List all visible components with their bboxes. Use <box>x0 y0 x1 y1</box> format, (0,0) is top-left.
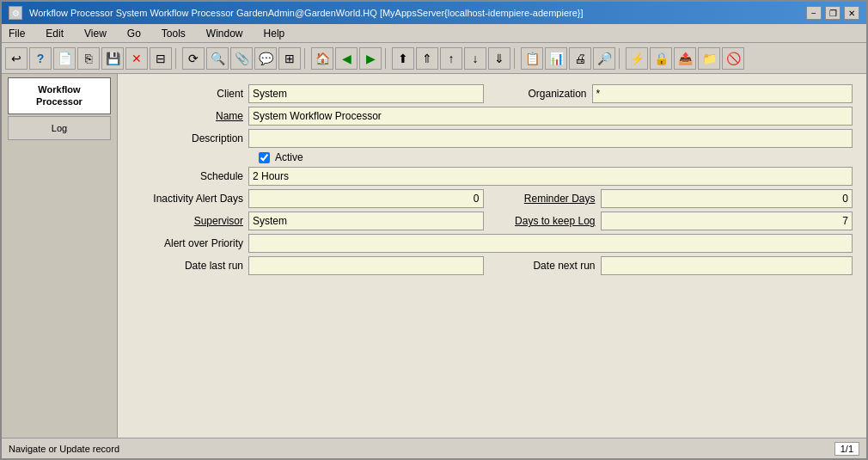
active-label: Active <box>275 151 303 163</box>
last-button[interactable]: ⇓ <box>488 47 510 70</box>
find-button[interactable]: 🔍 <box>206 47 229 70</box>
stop-button[interactable]: 🚫 <box>722 47 744 70</box>
row-schedule: Schedule <box>131 167 853 186</box>
col-date-next: Date next run <box>501 256 853 275</box>
row-alert-priority: Alert over Priority <box>131 234 853 253</box>
inactivity-input[interactable] <box>248 189 484 208</box>
content-area: WorkflowProcessor Log Client Organizatio… <box>2 74 866 438</box>
col-supervisor: Supervisor <box>131 212 484 230</box>
sidebar-item-workflow-processor[interactable]: WorkflowProcessor <box>8 77 111 114</box>
help-button[interactable]: ? <box>29 47 52 70</box>
client-label: Client <box>131 88 243 100</box>
col-organization: Organization <box>501 84 853 103</box>
sidebar-label-log: Log <box>52 123 67 133</box>
menu-file[interactable]: File <box>5 27 28 40</box>
separator-1 <box>175 48 179 69</box>
organization-label: Organization <box>501 88 587 100</box>
lock-button[interactable]: 🔒 <box>650 47 672 70</box>
row-supervisor-dayslog: Supervisor Days to keep Log <box>131 212 853 230</box>
prev-button[interactable]: ◀ <box>335 47 358 70</box>
menu-tools[interactable]: Tools <box>158 27 189 40</box>
workflow-button[interactable]: ⚡ <box>626 47 648 70</box>
reminder-input[interactable] <box>601 189 853 208</box>
refresh-button[interactable]: ⟳ <box>182 47 205 70</box>
menu-bar: File Edit View Go Tools Window Help <box>2 24 866 43</box>
col-days-keep: Days to keep Log <box>501 212 853 230</box>
form: Client Organization Name <box>131 84 853 275</box>
row-active: Active <box>131 151 853 163</box>
export-button[interactable]: 📤 <box>674 47 696 70</box>
restore-button[interactable]: ❐ <box>825 6 840 20</box>
menu-go[interactable]: Go <box>124 27 144 40</box>
save-button[interactable]: 💾 <box>101 47 124 70</box>
zoom-button[interactable]: 🔎 <box>593 47 615 70</box>
col-client: Client <box>131 84 484 103</box>
name-input[interactable] <box>248 107 853 126</box>
status-page: 1/1 <box>834 442 859 456</box>
toolbar: ↩ ? 📄 ⎘ 💾 ✕ ⊟ ⟳ 🔍 📎 💬 ⊞ 🏠 ◀ ▶ ⬆ ⇑ ↑ ↓ ⇓ … <box>2 43 866 74</box>
delete-button[interactable]: ✕ <box>125 47 148 70</box>
schedule-label: Schedule <box>131 170 243 182</box>
description-input[interactable] <box>248 129 853 148</box>
row-name: Name <box>131 107 853 126</box>
schedule-input[interactable] <box>248 167 853 186</box>
status-message: Navigate or Update record <box>9 444 119 454</box>
date-next-run-input[interactable] <box>601 256 853 275</box>
row-dates: Date last run Date next run <box>131 256 853 275</box>
sidebar: WorkflowProcessor Log <box>2 74 118 438</box>
next-button[interactable]: ▶ <box>359 47 382 70</box>
title-bar-buttons: − ❐ ✕ <box>806 6 859 20</box>
minimize-button[interactable]: − <box>806 6 822 20</box>
history-button[interactable]: 📋 <box>521 47 543 70</box>
grid-button[interactable]: ⊞ <box>278 47 301 70</box>
menu-help[interactable]: Help <box>260 27 289 40</box>
menu-view[interactable]: View <box>81 27 110 40</box>
col-description: Description <box>131 129 853 148</box>
next-rec-button[interactable]: ↓ <box>464 47 486 70</box>
days-keep-input[interactable] <box>601 212 853 230</box>
copy-button[interactable]: ⎘ <box>77 47 100 70</box>
col-alert-priority: Alert over Priority <box>131 234 853 253</box>
client-input[interactable] <box>248 84 484 103</box>
separator-2 <box>304 48 308 69</box>
separator-4 <box>514 48 517 69</box>
date-next-run-label: Date next run <box>501 260 596 272</box>
menu-edit[interactable]: Edit <box>42 27 67 40</box>
back-button[interactable]: ↩ <box>5 47 28 70</box>
row-inactivity-reminder: Inactivity Alert Days Reminder Days <box>131 189 853 208</box>
new-button[interactable]: 📄 <box>53 47 76 70</box>
chat-button[interactable]: 💬 <box>254 47 277 70</box>
main-window: ⚙ Workflow Processor System Workflow Pro… <box>0 0 868 460</box>
app-icon: ⚙ <box>9 6 22 20</box>
undo-button[interactable]: ⊟ <box>150 47 172 70</box>
report-button[interactable]: 📊 <box>545 47 567 70</box>
main-panel: Client Organization Name <box>118 74 866 438</box>
supervisor-label: Supervisor <box>131 215 243 227</box>
days-keep-label: Days to keep Log <box>501 215 596 227</box>
prev-rec-button[interactable]: ↑ <box>440 47 462 70</box>
supervisor-input[interactable] <box>248 212 484 230</box>
row-client-org: Client Organization <box>131 84 853 103</box>
sidebar-item-log[interactable]: Log <box>8 116 111 140</box>
archive-button[interactable]: 📁 <box>698 47 720 70</box>
menu-window[interactable]: Window <box>203 27 247 40</box>
first-button[interactable]: ⇑ <box>416 47 438 70</box>
sidebar-label-workflow: WorkflowProcessor <box>36 84 83 107</box>
status-bar: Navigate or Update record 1/1 <box>2 438 866 458</box>
reminder-label: Reminder Days <box>501 193 596 205</box>
attach-button[interactable]: 📎 <box>230 47 253 70</box>
col-reminder: Reminder Days <box>501 189 853 208</box>
parent-button[interactable]: ⬆ <box>392 47 414 70</box>
active-checkbox[interactable] <box>259 152 270 163</box>
alert-priority-input[interactable] <box>248 234 853 253</box>
date-last-run-input[interactable] <box>248 256 484 275</box>
description-label: Description <box>131 132 243 144</box>
close-button[interactable]: ✕ <box>844 6 859 20</box>
col-name: Name <box>131 107 853 126</box>
home-button[interactable]: 🏠 <box>311 47 333 70</box>
col-date-last: Date last run <box>131 256 484 275</box>
inactivity-label: Inactivity Alert Days <box>131 193 243 205</box>
print-button[interactable]: 🖨 <box>569 47 591 70</box>
col-schedule: Schedule <box>131 167 853 186</box>
organization-input[interactable] <box>592 84 853 103</box>
